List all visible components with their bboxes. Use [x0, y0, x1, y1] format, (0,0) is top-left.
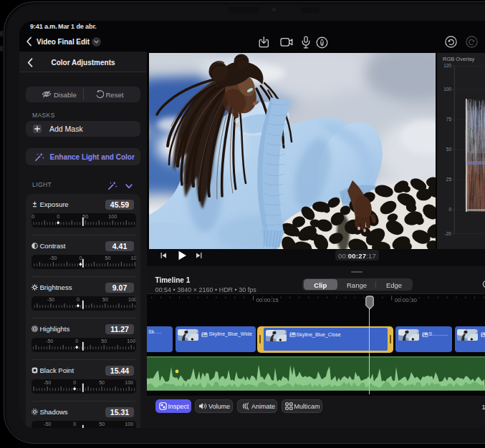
svg-text:0: 0 — [448, 207, 451, 212]
svg-text:-20: -20 — [445, 231, 452, 236]
svg-text:75: 75 — [446, 117, 452, 122]
svg-text:120: 120 — [443, 63, 451, 68]
svg-text:25: 25 — [446, 177, 452, 182]
svg-text:50: 50 — [446, 147, 452, 152]
svg-text:100: 100 — [443, 87, 451, 92]
